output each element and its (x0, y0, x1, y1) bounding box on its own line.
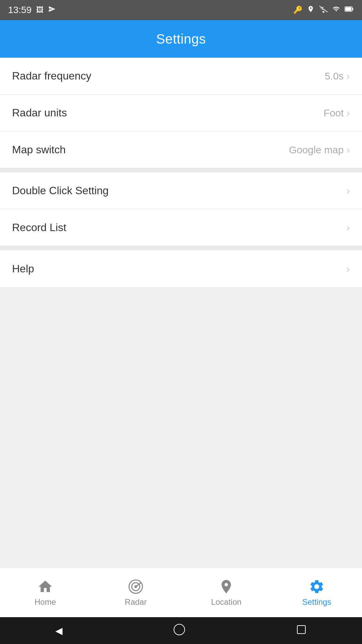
location-status-icon (307, 5, 314, 15)
android-bar: ◀ (0, 617, 362, 644)
status-bar-right: 🔑 (293, 5, 354, 15)
status-bar-left: 13:59 🖼 (8, 5, 56, 15)
help-item[interactable]: Help › (0, 250, 362, 287)
chevron-right-icon: › (346, 144, 350, 156)
radar-frequency-item[interactable]: Radar frequency 5.0s › (0, 58, 362, 95)
navigation-icon (48, 5, 56, 15)
map-switch-right: Google map › (289, 144, 350, 156)
map-switch-value: Google map (289, 144, 344, 156)
image-icon: 🖼 (36, 6, 44, 14)
battery-icon (345, 5, 354, 15)
signal-icon (333, 5, 340, 15)
location-icon (218, 579, 234, 595)
svg-rect-2 (352, 8, 353, 10)
nav-radar-label: Radar (125, 597, 146, 607)
nav-home[interactable]: Home (0, 568, 90, 617)
radar-units-label: Radar units (12, 107, 67, 119)
settings-icon (309, 579, 325, 595)
nav-radar[interactable]: Radar (90, 568, 181, 617)
radar-units-item[interactable]: Radar units Foot › (0, 95, 362, 131)
chevron-right-icon: › (346, 184, 350, 197)
nav-location-label: Location (211, 597, 242, 607)
settings-list: Radar frequency 5.0s › Radar units Foot … (0, 58, 362, 287)
help-label: Help (12, 263, 34, 275)
radar-frequency-right: 5.0s › (325, 70, 350, 82)
radar-frequency-label: Radar frequency (12, 70, 92, 82)
content: Radar frequency 5.0s › Radar units Foot … (0, 58, 362, 568)
nav-settings[interactable]: Settings (272, 568, 362, 617)
chevron-right-icon: › (346, 70, 350, 82)
nav-location[interactable]: Location (181, 568, 272, 617)
radar-frequency-value: 5.0s (325, 70, 344, 82)
home-icon (37, 579, 53, 595)
radar-units-right: Foot › (323, 107, 350, 119)
home-button[interactable] (173, 624, 185, 638)
svg-point-7 (174, 624, 185, 635)
double-click-label: Double Click Setting (12, 184, 109, 197)
chevron-right-icon: › (346, 263, 350, 275)
back-button[interactable]: ◀ (55, 625, 63, 636)
header: Settings (0, 20, 362, 58)
radar-units-value: Foot (323, 107, 344, 119)
chevron-right-icon: › (346, 107, 350, 119)
empty-area (0, 287, 362, 568)
recents-button[interactable] (296, 624, 307, 637)
bottom-nav: Home Radar Location Settings (0, 568, 362, 617)
double-click-right: › (346, 184, 350, 197)
nav-home-label: Home (35, 597, 56, 607)
svg-rect-8 (297, 626, 305, 634)
record-list-item[interactable]: Record List › (0, 209, 362, 246)
page-title: Settings (156, 32, 206, 47)
record-list-right: › (346, 221, 350, 234)
status-time: 13:59 (8, 5, 32, 15)
help-right: › (346, 263, 350, 275)
radar-icon (128, 579, 144, 595)
svg-rect-1 (346, 7, 352, 11)
map-switch-label: Map switch (12, 144, 66, 156)
nav-settings-label: Settings (302, 597, 331, 607)
record-list-label: Record List (12, 221, 66, 234)
map-switch-item[interactable]: Map switch Google map › (0, 131, 362, 168)
section-divider-2 (0, 246, 362, 250)
status-bar: 13:59 🖼 🔑 (0, 0, 362, 20)
double-click-item[interactable]: Double Click Setting › (0, 172, 362, 209)
section-divider-1 (0, 168, 362, 172)
wifi-x-icon (319, 5, 328, 15)
chevron-right-icon: › (346, 221, 350, 234)
key-icon: 🔑 (293, 6, 302, 14)
